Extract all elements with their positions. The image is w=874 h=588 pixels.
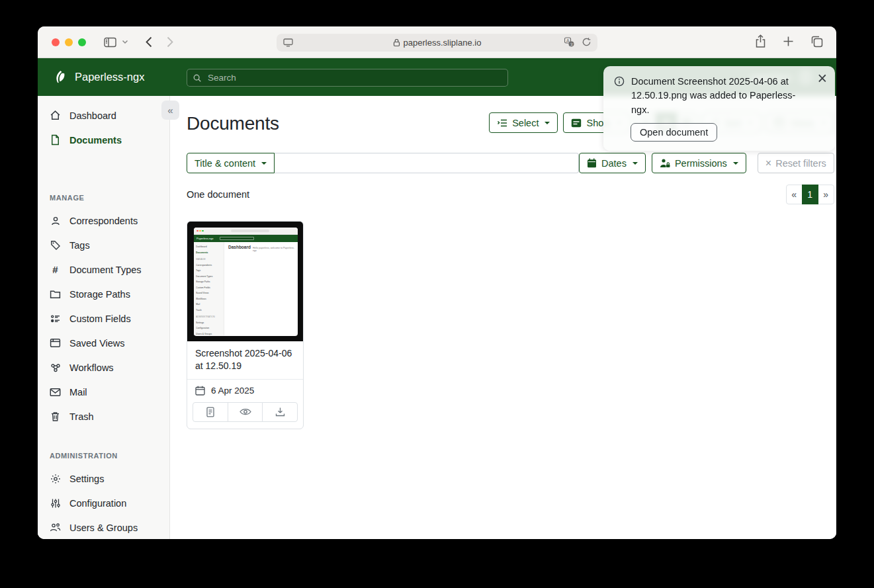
chevron-down-icon: [261, 162, 267, 165]
document-actions: [193, 402, 298, 422]
hash-icon: #: [50, 265, 61, 274]
sidebar-item-label: Custom Fields: [69, 314, 131, 324]
minimize-window-button[interactable]: [65, 38, 73, 46]
thumb-sidebar-label: Dashboard: [196, 244, 224, 250]
tab-group-chevron-icon[interactable]: [122, 40, 128, 44]
sidebar-item-label: Documents: [69, 135, 122, 146]
dates-filter-button[interactable]: Dates: [579, 153, 646, 173]
global-search[interactable]: [187, 69, 508, 87]
sidebar-item-documents[interactable]: Documents: [38, 128, 169, 152]
people-icon: [50, 523, 61, 532]
paperless-logo-icon: [53, 69, 68, 85]
filter-field-button[interactable]: Title & content: [187, 153, 275, 173]
sidebar-item-correspondents[interactable]: Correspondents: [38, 208, 169, 233]
thumb-sidebar-label: Saved Views: [196, 290, 224, 296]
app-title: Paperless-ngx: [75, 71, 144, 83]
fullscreen-window-button[interactable]: [78, 38, 86, 46]
home-icon: [50, 110, 61, 121]
address-bar[interactable]: paperless.sliplane.io A文: [277, 34, 597, 52]
select-button[interactable]: Select: [489, 112, 558, 133]
sidebar-item-document-types[interactable]: # Document Types: [38, 257, 169, 282]
thumb-sidebar-label: Documents: [196, 250, 224, 256]
sidebar-item-workflows[interactable]: Workflows: [38, 355, 169, 380]
document-card: Paperless-ngx Dashboard Documents MANAGE…: [187, 221, 304, 429]
sidebar-section-administration: ADMINISTRATION: [38, 452, 169, 460]
sidebar-item-custom-fields[interactable]: Custom Fields: [38, 306, 169, 331]
traffic-lights: [52, 38, 86, 46]
person-lock-icon: [660, 158, 670, 168]
thumb-sidebar-label: Storage Paths: [196, 279, 224, 285]
file-text-icon: [206, 407, 215, 417]
permissions-filter-button[interactable]: Permissions: [652, 153, 746, 173]
pagination-next-button[interactable]: »: [818, 185, 834, 204]
browser-sidebar-toggle-icon[interactable]: [104, 37, 116, 48]
reset-filters-button[interactable]: × Reset filters: [758, 153, 834, 173]
document-details-button[interactable]: [193, 402, 228, 422]
thumb-sidebar-label: Document Types: [196, 274, 224, 280]
toast-close-icon[interactable]: ×: [817, 70, 827, 87]
thumb-sidebar-label: Workflows: [196, 296, 224, 302]
thumb-sidebar-label: Tags: [196, 268, 224, 274]
thumb-sidebar-label: ADMINISTRATION: [196, 314, 224, 320]
saved-views-icon: [50, 338, 61, 348]
sidebar-item-configuration[interactable]: Configuration: [38, 491, 169, 515]
share-icon[interactable]: [755, 34, 766, 48]
folder-icon: [50, 289, 61, 299]
documents-icon: [50, 134, 61, 146]
open-document-button[interactable]: Open document: [631, 123, 717, 142]
search-icon: [193, 73, 202, 83]
document-download-button[interactable]: [262, 402, 298, 422]
thumb-sidebar-label: Users & Groups: [196, 331, 224, 335]
sidebar-item-label: Workflows: [69, 362, 114, 373]
document-title[interactable]: Screenshot 2025-04-06 at 12.50.19: [187, 341, 303, 380]
sliders-icon: [50, 498, 61, 509]
sidebar-item-label: Document Types: [69, 265, 142, 275]
reload-icon[interactable]: [582, 37, 591, 47]
sidebar-item-users-groups[interactable]: Users & Groups: [38, 515, 169, 539]
back-button[interactable]: [146, 36, 152, 48]
new-tab-icon[interactable]: [783, 34, 794, 48]
tab-overview-icon[interactable]: [810, 34, 823, 48]
app-body: Dashboard Documents MANAGE Correspondent…: [38, 96, 836, 539]
sidebar-item-tags[interactable]: Tags: [38, 233, 169, 257]
select-icon: [497, 118, 507, 128]
chevron-down-icon: [733, 162, 738, 165]
pagination-page-1-button[interactable]: 1: [802, 185, 818, 204]
browser-toolbar: paperless.sliplane.io A文: [38, 26, 836, 58]
calendar-icon: [587, 158, 597, 168]
thumb-sidebar-label: Configuration: [196, 325, 224, 331]
sidebar-item-label: Dashboard: [69, 110, 116, 121]
pagination: « 1 »: [786, 185, 834, 204]
forward-button[interactable]: [167, 36, 173, 48]
sidebar-item-storage-paths[interactable]: Storage Paths: [38, 282, 169, 306]
filter-bar: Title & content Dates Permissions: [187, 153, 834, 173]
sidebar-collapse-button[interactable]: «: [161, 101, 179, 120]
sidebar-item-saved-views[interactable]: Saved Views: [38, 331, 169, 355]
translate-icon[interactable]: A文: [564, 37, 574, 47]
thumbnail-mini-window: Paperless-ngx Dashboard Documents MANAGE…: [194, 228, 298, 336]
close-window-button[interactable]: [52, 38, 60, 46]
thumb-sidebar-label: Settings: [196, 320, 224, 326]
sidebar-item-label: Storage Paths: [69, 289, 130, 300]
sidebar: Dashboard Documents MANAGE Correspondent…: [38, 96, 170, 539]
person-icon: [50, 216, 61, 226]
pagination-prev-button[interactable]: «: [786, 185, 803, 204]
gear-icon: [50, 474, 61, 484]
sidebar-item-settings[interactable]: Settings: [38, 466, 169, 491]
sidebar-item-dashboard[interactable]: Dashboard: [38, 103, 169, 128]
sidebar-item-label: Trash: [69, 411, 94, 422]
document-preview-button[interactable]: [228, 402, 263, 422]
document-thumbnail[interactable]: Paperless-ngx Dashboard Documents MANAGE…: [187, 222, 303, 341]
sidebar-section-manage: MANAGE: [38, 194, 169, 202]
svg-text:A: A: [566, 38, 570, 43]
search-input[interactable]: [206, 72, 502, 83]
url-text: paperless.sliplane.io: [393, 38, 482, 48]
show-icon: [571, 118, 582, 128]
calendar-icon: [195, 386, 205, 396]
filter-query-input[interactable]: [275, 153, 579, 173]
chevron-down-icon: [633, 162, 638, 165]
sidebar-item-mail[interactable]: Mail: [38, 380, 169, 404]
svg-text:文: 文: [570, 42, 574, 46]
page-settings-icon[interactable]: [283, 37, 294, 48]
sidebar-item-trash[interactable]: Trash: [38, 404, 169, 429]
